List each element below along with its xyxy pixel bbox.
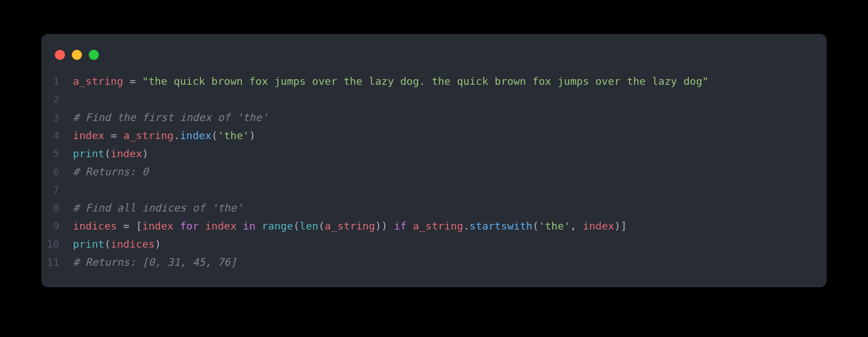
code-line: 1a_string = "the quick brown fox jumps o…: [41, 72, 827, 90]
code-line: 6# Returns: 0: [41, 163, 827, 181]
token: in: [243, 220, 255, 232]
line-number: 11: [41, 253, 73, 271]
token: for: [180, 220, 198, 232]
token: [255, 220, 262, 232]
token: )]: [614, 220, 627, 232]
code-content: print(index): [73, 145, 149, 163]
code-line: 8# Find all indices of 'the': [41, 199, 827, 217]
token: # Find all indices of 'the': [73, 202, 243, 214]
code-content: print(indices): [73, 235, 161, 253]
code-area: 1a_string = "the quick brown fox jumps o…: [41, 72, 827, 271]
token: = [: [117, 220, 142, 232]
code-line: 7: [41, 181, 827, 199]
line-number: 2: [41, 90, 73, 109]
code-content: [73, 181, 79, 199]
code-content: # Find the first index of 'the': [73, 109, 268, 127]
token: index: [73, 129, 105, 141]
token: indices: [111, 238, 155, 250]
line-number: 4: [41, 127, 73, 145]
token: 'the': [539, 220, 570, 232]
line-number: 6: [41, 163, 73, 181]
token: [199, 220, 205, 232]
token: )): [375, 220, 394, 232]
token: (: [318, 220, 324, 232]
token: [406, 220, 413, 232]
line-number: 10: [41, 235, 73, 253]
token: range: [262, 220, 293, 232]
code-content: # Returns: 0: [73, 163, 149, 181]
token: startswith: [470, 220, 532, 232]
token: "the quick brown fox jumps over the lazy…: [142, 75, 709, 87]
line-number: 7: [41, 181, 73, 199]
code-content: a_string = "the quick brown fox jumps ov…: [73, 72, 709, 90]
code-line: 2: [41, 90, 827, 109]
token: .: [173, 129, 180, 141]
code-line: 10print(indices): [41, 235, 827, 253]
token: index: [142, 220, 174, 232]
code-line: 3# Find the first index of 'the': [41, 109, 827, 127]
code-content: # Returns: [0, 31, 45, 76]: [73, 253, 237, 271]
token: (: [105, 148, 111, 159]
token: print: [73, 148, 105, 159]
code-line: 5print(index): [41, 145, 827, 163]
code-content: # Find all indices of 'the': [73, 199, 243, 217]
token: (: [532, 220, 539, 232]
token: # Find the first index of 'the': [73, 111, 268, 123]
token: ): [155, 238, 161, 250]
code-window: 1a_string = "the quick brown fox jumps o…: [41, 34, 827, 287]
line-number: 9: [41, 217, 73, 235]
token: a_string: [413, 220, 463, 232]
token: index: [180, 129, 211, 141]
token: [173, 220, 180, 232]
code-line: 9indices = [index for index in range(len…: [41, 217, 827, 235]
token: index: [583, 220, 614, 232]
token: index: [205, 220, 237, 232]
token: .: [463, 220, 470, 232]
code-content: [73, 90, 79, 109]
token: # Returns: [0, 31, 45, 76]: [73, 256, 237, 268]
line-number: 8: [41, 199, 73, 217]
token: =: [123, 75, 142, 87]
code-line: 11# Returns: [0, 31, 45, 76]: [41, 253, 827, 271]
token: a_string: [325, 220, 375, 232]
token: (: [211, 129, 218, 141]
code-line: 4index = a_string.index('the'): [41, 127, 827, 145]
line-number: 1: [41, 72, 73, 90]
token: [237, 220, 243, 232]
token: 'the': [218, 129, 249, 141]
token: a_string: [73, 75, 123, 87]
close-icon[interactable]: [55, 50, 65, 60]
code-content: indices = [index for index in range(len(…: [73, 217, 627, 235]
code-content: index = a_string.index('the'): [73, 127, 255, 145]
token: indices: [73, 220, 117, 232]
token: ): [249, 129, 255, 141]
line-number: 3: [41, 109, 73, 127]
token: len: [300, 220, 318, 232]
token: =: [105, 129, 123, 141]
line-number: 5: [41, 145, 73, 163]
token: (: [105, 238, 111, 250]
token: index: [111, 148, 142, 159]
token: if: [394, 220, 406, 232]
token: ): [142, 148, 149, 159]
token: # Returns: 0: [73, 166, 149, 178]
minimize-icon[interactable]: [72, 50, 82, 60]
token: (: [293, 220, 300, 232]
token: a_string: [123, 129, 173, 141]
maximize-icon[interactable]: [89, 50, 99, 60]
window-titlebar: [41, 45, 827, 72]
token: print: [73, 238, 105, 250]
token: ,: [570, 220, 583, 232]
